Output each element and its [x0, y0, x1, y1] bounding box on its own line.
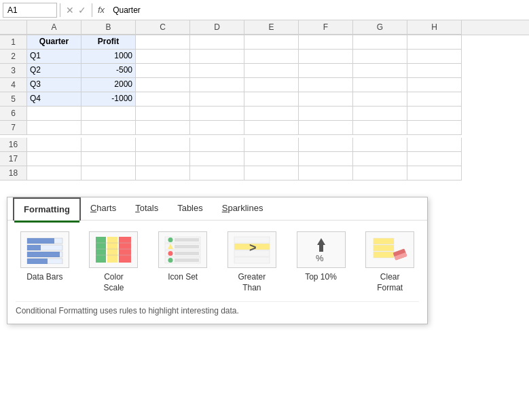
cell-d18[interactable] — [190, 166, 244, 180]
cell-c16[interactable] — [136, 138, 190, 152]
cell-g6[interactable] — [353, 107, 407, 121]
greater-than-option[interactable]: > GreaterThan — [223, 231, 281, 293]
cell-a4[interactable]: Q3 — [27, 78, 81, 92]
cell-b17[interactable] — [81, 152, 136, 166]
cell-c2[interactable] — [136, 50, 190, 64]
cell-f7[interactable] — [299, 121, 353, 135]
cell-f17[interactable] — [299, 152, 353, 166]
cell-c18[interactable] — [136, 166, 190, 180]
cell-b2[interactable]: 1000 — [81, 50, 136, 64]
col-header-f[interactable]: F — [299, 20, 353, 35]
tab-charts[interactable]: Charts — [81, 197, 126, 221]
row-header-18[interactable]: 18 — [0, 166, 27, 180]
cell-f6[interactable] — [299, 107, 353, 121]
cell-b1[interactable]: Profit — [81, 35, 136, 50]
confirm-icon[interactable]: ✓ — [78, 5, 86, 16]
cell-e16[interactable] — [244, 138, 299, 152]
cell-a5[interactable]: Q4 — [27, 92, 81, 107]
data-bars-option[interactable]: Data Bars — [16, 231, 74, 293]
top-10-option[interactable]: % Top 10% — [292, 231, 350, 293]
cell-f3[interactable] — [299, 64, 353, 78]
cell-e17[interactable] — [244, 152, 299, 166]
row-header-16[interactable]: 16 — [0, 138, 27, 152]
cell-h2[interactable] — [407, 50, 462, 64]
col-header-h[interactable]: H — [407, 20, 462, 35]
cell-h3[interactable] — [407, 64, 462, 78]
cell-d1[interactable] — [190, 35, 244, 50]
cell-d17[interactable] — [190, 152, 244, 166]
cell-f16[interactable] — [299, 138, 353, 152]
col-header-a[interactable]: A — [27, 20, 81, 35]
cell-a16[interactable] — [27, 138, 81, 152]
cell-g4[interactable] — [353, 78, 407, 92]
cell-h7[interactable] — [407, 121, 462, 135]
col-header-b[interactable]: B — [81, 20, 136, 35]
cell-h17[interactable] — [407, 152, 462, 166]
cell-a17[interactable] — [27, 152, 81, 166]
cell-reference-box[interactable]: A1 — [3, 3, 57, 18]
cell-e5[interactable] — [244, 92, 299, 107]
cell-b5[interactable]: -1000 — [81, 92, 136, 107]
tab-sparklines[interactable]: Sparklines — [213, 197, 273, 221]
cell-b3[interactable]: -500 — [81, 64, 136, 78]
cell-d3[interactable] — [190, 64, 244, 78]
cell-g18[interactable] — [353, 166, 407, 180]
col-header-d[interactable]: D — [190, 20, 244, 35]
cell-f2[interactable] — [299, 50, 353, 64]
cell-g7[interactable] — [353, 121, 407, 135]
tab-totals[interactable]: Totals — [126, 197, 168, 221]
cell-c7[interactable] — [136, 121, 190, 135]
cell-g17[interactable] — [353, 152, 407, 166]
row-header-6[interactable]: 6 — [0, 107, 27, 121]
cell-e7[interactable] — [244, 121, 299, 135]
cell-b7[interactable] — [81, 121, 136, 135]
cell-g1[interactable] — [353, 35, 407, 50]
cell-e1[interactable] — [244, 35, 299, 50]
cell-g5[interactable] — [353, 92, 407, 107]
cell-e4[interactable] — [244, 78, 299, 92]
cell-g16[interactable] — [353, 138, 407, 152]
cell-b6[interactable] — [81, 107, 136, 121]
cell-d6[interactable] — [190, 107, 244, 121]
cell-h5[interactable] — [407, 92, 462, 107]
icon-set-option[interactable]: Icon Set — [153, 231, 212, 293]
cell-c3[interactable] — [136, 64, 190, 78]
cell-f18[interactable] — [299, 166, 353, 180]
col-header-g[interactable]: G — [353, 20, 407, 35]
cell-f4[interactable] — [299, 78, 353, 92]
col-header-c[interactable]: C — [136, 20, 190, 35]
cell-b16[interactable] — [81, 138, 136, 152]
cell-d4[interactable] — [190, 78, 244, 92]
cell-a3[interactable]: Q2 — [27, 64, 81, 78]
cell-g2[interactable] — [353, 50, 407, 64]
cell-d7[interactable] — [190, 121, 244, 135]
cell-c1[interactable] — [136, 35, 190, 50]
tab-tables[interactable]: Tables — [168, 197, 213, 221]
cell-f1[interactable] — [299, 35, 353, 50]
cell-h6[interactable] — [407, 107, 462, 121]
cell-h4[interactable] — [407, 78, 462, 92]
row-header-5[interactable]: 5 — [0, 92, 27, 107]
cell-g3[interactable] — [353, 64, 407, 78]
cell-e2[interactable] — [244, 50, 299, 64]
row-header-3[interactable]: 3 — [0, 64, 27, 78]
clear-format-option[interactable]: ClearFormat — [361, 231, 419, 293]
cell-b18[interactable] — [81, 166, 136, 180]
cell-a2[interactable]: Q1 — [27, 50, 81, 64]
cell-c4[interactable] — [136, 78, 190, 92]
row-header-7[interactable]: 7 — [0, 121, 27, 135]
cell-a7[interactable] — [27, 121, 81, 135]
cell-c6[interactable] — [136, 107, 190, 121]
row-header-2[interactable]: 2 — [0, 50, 27, 64]
cell-f5[interactable] — [299, 92, 353, 107]
cell-e18[interactable] — [244, 166, 299, 180]
cell-h1[interactable] — [407, 35, 462, 50]
cell-d5[interactable] — [190, 92, 244, 107]
cell-e3[interactable] — [244, 64, 299, 78]
col-header-e[interactable]: E — [244, 20, 299, 35]
cell-h18[interactable] — [407, 166, 462, 180]
cell-h16[interactable] — [407, 138, 462, 152]
color-scale-option[interactable]: ColorScale — [85, 231, 143, 293]
cell-a6[interactable] — [27, 107, 81, 121]
tab-formatting[interactable]: Formatting — [13, 197, 81, 221]
